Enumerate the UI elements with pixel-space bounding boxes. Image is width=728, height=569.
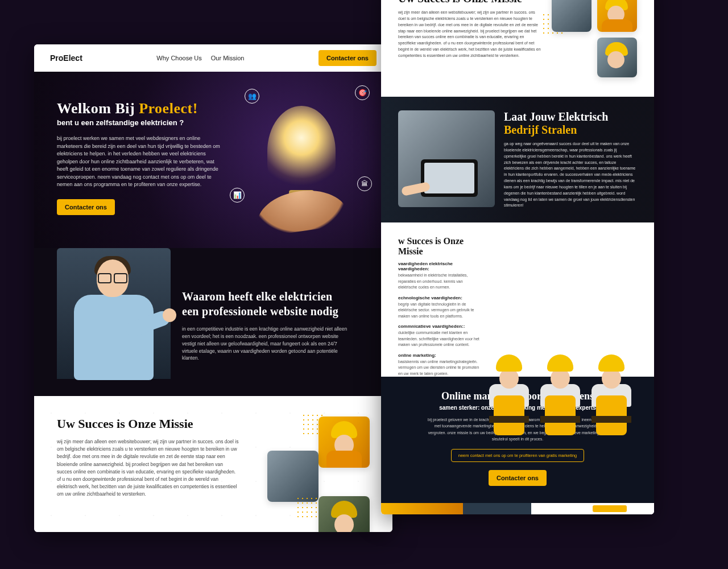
hero-section: Welkom Bij Proelect! bent u een zelfstan… — [34, 72, 392, 248]
thumb-electrician-3 — [318, 496, 370, 532]
skill-item: echnologische vaardigheden: begrip van d… — [398, 295, 480, 320]
hero-title: Welkom Bij Proelect! — [57, 100, 222, 117]
target-icon: 🎯 — [355, 85, 370, 100]
mission-title: Uw Succes is Onze Missie — [57, 417, 245, 431]
pointing-man-graphic — [63, 254, 165, 379]
footer-strip — [381, 503, 654, 514]
shine-title-accent: Bedrijf Stralen — [504, 123, 577, 136]
skill-body: begrip van digitale technologieën in de … — [398, 302, 480, 320]
footer-chip — [593, 505, 627, 512]
skill-body: bekwaamheid in elektrische installaties,… — [398, 273, 480, 291]
shine-section: Laat Jouw Elektrisch Bedrijf Stralen ga … — [381, 97, 654, 222]
skill-item: commnicatieve vaardigheden:: duidelijke … — [398, 324, 480, 348]
three-workers-image — [489, 236, 637, 350]
skills-section: w Succes is Onze Missie vaardigheden ele… — [381, 222, 654, 377]
thumb-electrician-1 — [318, 417, 370, 468]
why-title: Waarom heeft elke elektricien een profes… — [182, 289, 347, 319]
shine-title: Laat Jouw Elektrisch Bedrijf Stralen — [504, 110, 637, 137]
skills-title: w Succes is Onze Missie — [398, 236, 480, 257]
mission-section: Uw Succes is Onze Missie wij zijn meer d… — [34, 396, 392, 532]
mockup-page-right: Uw Succes is Onze Missie wij zijn meer d… — [381, 0, 654, 514]
cta-accent-button[interactable]: Contacter ons — [489, 470, 547, 486]
chart-icon: 📊 — [230, 188, 245, 203]
nav-why-choose-us[interactable]: Why Choose Us — [156, 55, 201, 61]
bank-icon: 🏛 — [357, 176, 372, 191]
why-image — [57, 248, 171, 379]
mission-body: wij zijn meer dan alleen een websitebouw… — [57, 438, 239, 498]
shine-title-pre: Laat Jouw Elektrisch — [504, 110, 608, 123]
hero-graphic: 👥 🎯 📊 🏛 — [233, 100, 370, 225]
header-cta-button[interactable]: Contacter ons — [318, 50, 377, 66]
why-body: in een competitieve industrie is een kra… — [182, 325, 353, 362]
hero-cta-button[interactable]: Contacter ons — [57, 199, 115, 215]
thumb-electrician-2 — [267, 451, 318, 502]
mission-images-r — [552, 0, 637, 83]
mission-images — [256, 417, 370, 498]
hero-subtitle: bent u een zelfstandige elektricien ? — [57, 118, 222, 127]
people-icon: 👥 — [245, 89, 259, 104]
skill-heading: vaardigheden elektrische vaardigheden: — [398, 261, 480, 271]
skill-body: basiskennis van online marketingstrategi… — [398, 359, 480, 377]
skill-heading: online marketing: — [398, 353, 480, 358]
why-section: Waarom heeft elke elektricien een profes… — [34, 248, 392, 396]
thumb-r1 — [552, 0, 592, 32]
skill-body: duidelijke communicatie met klanten en t… — [398, 330, 480, 348]
lightbulb-icon — [267, 106, 336, 197]
mission-section-top: Uw Succes is Onze Missie wij zijn meer d… — [381, 0, 654, 97]
hand-graphic — [254, 185, 349, 237]
brand-logo[interactable]: ProElect — [50, 53, 82, 63]
cta-outline-button[interactable]: neem contact met ons op om te profiteren… — [451, 449, 584, 462]
skill-item: vaardigheden elektrische vaardigheden: b… — [398, 261, 480, 291]
thumb-r3 — [597, 38, 637, 77]
skill-heading: echnologische vaardigheden: — [398, 295, 480, 300]
nav-our-mission[interactable]: Our Mission — [211, 55, 245, 61]
mockup-page-left: ProElect Why Choose Us Our Mission Conta… — [34, 44, 392, 532]
hero-title-accent: Proelect! — [139, 100, 198, 117]
nav: Why Choose Us Our Mission — [156, 55, 244, 61]
hero-body: bij proelect werken we samen met veel we… — [57, 135, 222, 189]
tablet-image — [398, 110, 495, 207]
skill-heading: commnicatieve vaardigheden:: — [398, 324, 480, 329]
header: ProElect Why Choose Us Our Mission Conta… — [34, 44, 392, 72]
mission-body-r: wij zijn meer dan alleen een websitebouw… — [398, 10, 543, 59]
skill-item: online marketing: basiskennis van online… — [398, 353, 480, 377]
hero-title-pre: Welkom Bij — [57, 100, 139, 117]
mission-title-r: Uw Succes is Onze Missie — [398, 0, 543, 5]
thumb-r2 — [597, 0, 637, 32]
shine-body: ga op weg naar ongeëvenaard succes door … — [504, 141, 637, 209]
dots-accent-icon — [296, 496, 318, 519]
